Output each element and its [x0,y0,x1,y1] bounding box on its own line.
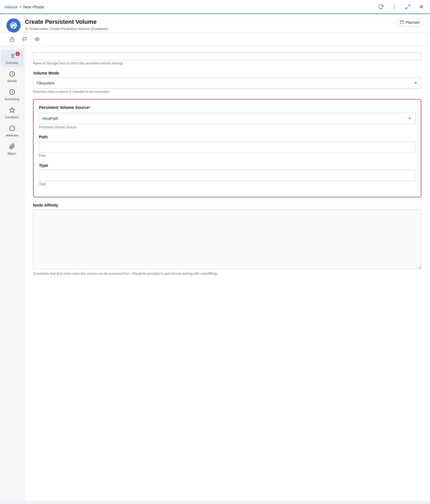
volume-mode-hint: Describes how a volume is intended to be… [33,90,421,94]
expand-button[interactable] [403,2,412,11]
type-hint: Type [39,182,415,186]
sidebar-item-activity[interactable]: Activity [1,68,24,85]
svg-point-2 [394,8,395,9]
refresh-button[interactable] [376,2,385,11]
sidebar-item-scheduling[interactable]: Scheduling [1,86,24,103]
svg-point-13 [37,38,38,40]
status-badge-label: Planned [406,20,419,25]
attach-icon [9,143,15,151]
k8s-badge-icon: ⊞ [25,27,28,31]
storage-class-hint: Name of StorageClass to which this persi… [33,61,421,65]
pvs-select-hint: Persistent Volume Source [39,125,415,129]
svg-rect-7 [400,21,403,24]
header-subtitle: ⊞ Kubernetes: Create Persistent Volume (… [25,27,108,31]
svg-point-0 [394,5,395,6]
activity-icon [9,71,15,78]
node-affinity-textarea[interactable] [33,210,421,269]
overview-badge: 1 [15,52,20,56]
attributes-icon [9,125,15,133]
header-actions: Planned [396,18,424,31]
tab-row [0,33,430,46]
node-affinity-group: Node Affinity Constraints that limit wha… [33,203,421,276]
path-hint: Path [39,154,415,158]
top-bar: release > New Phase [0,0,430,14]
node-affinity-hint: Constraints that limit what nodes this v… [33,272,421,276]
sidebar: 1 Overview Activity Scheduling [0,46,24,500]
content-area: Name of StorageClass to which this persi… [24,46,430,500]
breadcrumb-page: New Phase [23,5,44,9]
breadcrumb: release > New Phase [4,5,44,9]
page-title: Create Persistent Volume [25,18,108,25]
pvs-source-select[interactable]: HostPath NFS iSCSI CSI [39,113,415,124]
kubernetes-icon [6,18,21,32]
pvs-section: Persistent Volume Source* HostPath NFS i… [33,99,421,197]
sidebar-item-overview[interactable]: 1 Overview [1,50,24,67]
sidebar-item-attributes[interactable]: Attributes [1,123,24,140]
svg-marker-22 [9,108,14,112]
svg-line-3 [408,5,410,6]
header-subtitle-text: Kubernetes: Create Persistent Volume (Co… [30,27,108,31]
header-text: Create Persistent Volume ⊞ Kubernetes: C… [25,18,108,31]
pvs-select-group: HostPath NFS iSCSI CSI Persistent Volume… [39,113,415,129]
overview-icon [9,53,15,60]
sidebar-item-label-attributes: Attributes [6,134,18,137]
breadcrumb-release[interactable]: release [4,5,18,9]
svg-rect-11 [10,39,14,41]
pvs-title: Persistent Volume Source* [39,105,415,110]
main-layout: 1 Overview Activity Scheduling [0,46,430,500]
tab-flag-button[interactable] [19,35,30,44]
path-group: Path Path [39,135,415,158]
pvs-required-star: * [89,105,91,110]
type-group: Type Type [39,163,415,186]
volume-mode-group: Volume Mode Filesystem Block Describes h… [33,71,421,94]
pvs-title-text: Persistent Volume Source [39,105,89,110]
storage-class-partial [33,52,421,60]
tab-eye-button[interactable] [31,35,43,44]
top-bar-actions [376,2,426,11]
status-badge-button[interactable]: Planned [396,18,424,27]
header-section: Create Persistent Volume ⊞ Kubernetes: C… [0,14,430,33]
path-label: Path [39,135,415,139]
svg-line-4 [406,7,408,9]
calendar-icon [400,20,404,25]
sidebar-item-label-activity: Activity [7,79,17,83]
sidebar-item-conditions[interactable]: Conditions [1,104,24,122]
conditions-icon [9,107,15,114]
tab-lock-button[interactable] [6,35,18,44]
header-left: Create Persistent Volume ⊞ Kubernetes: C… [6,18,108,32]
close-button[interactable] [417,2,426,11]
path-input[interactable] [39,141,415,153]
sidebar-item-label-conditions: Conditions [5,116,19,119]
sidebar-item-label-attach: Attach. [7,152,16,155]
sidebar-item-label-scheduling: Scheduling [5,97,19,101]
breadcrumb-separator: > [19,5,22,9]
volume-mode-label: Volume Mode [33,71,421,75]
svg-point-1 [394,6,395,7]
node-affinity-label: Node Affinity [33,203,421,207]
type-label: Type [39,163,415,168]
volume-mode-select[interactable]: Filesystem Block [33,77,421,89]
more-options-button[interactable] [390,2,399,11]
type-input[interactable] [39,170,415,181]
sidebar-item-label-overview: Overview [6,61,18,64]
scheduling-icon [9,89,15,96]
sidebar-item-attach[interactable]: Attach. [1,141,24,158]
